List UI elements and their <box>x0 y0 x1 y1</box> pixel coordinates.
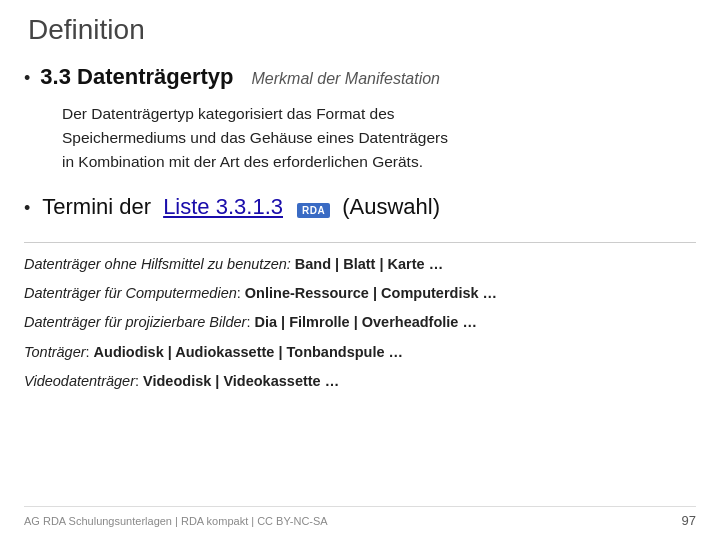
section1-merkmal: Merkmal der Manifestation <box>252 70 441 88</box>
data-row-2-colon: : <box>246 314 254 330</box>
data-row-1: Datenträger für Computermedien: Online-R… <box>24 282 696 305</box>
section2-row: • Termini der Liste 3.3.1.3 RDA (Auswahl… <box>24 194 696 220</box>
footer-left: AG RDA Schulungsunterlagen | RDA kompakt… <box>24 515 328 527</box>
section1-bullet-row: • 3.3 Datenträgertyp <box>24 64 234 90</box>
data-row-0-label: Datenträger ohne Hilfsmittel zu benutzen… <box>24 256 295 272</box>
termini-link[interactable]: Liste 3.3.1.3 <box>163 194 283 220</box>
data-row-2-values: Dia | Filmrolle | Overheadfolie … <box>255 314 477 330</box>
data-row-3-values: Audiodisk | Audiokassette | Tonbandspule… <box>94 344 403 360</box>
data-row-3-colon: : <box>86 344 94 360</box>
desc-line1: Der Datenträgertyp kategorisiert das For… <box>62 105 395 122</box>
section1-bullet: • <box>24 68 30 89</box>
section1-title: 3.3 Datenträgertyp <box>40 64 233 90</box>
data-row-4-values: Videodisk | Videokassette … <box>143 373 339 389</box>
data-rows-container: Datenträger ohne Hilfsmittel zu benutzen… <box>24 253 696 393</box>
data-row-1-colon: : <box>237 285 245 301</box>
footer: AG RDA Schulungsunterlagen | RDA kompakt… <box>24 506 696 528</box>
footer-right: 97 <box>682 513 696 528</box>
auswahl-text: (Auswahl) <box>342 194 440 220</box>
data-row-1-values: Online-Ressource | Computerdisk … <box>245 285 497 301</box>
data-row-2-label: Datenträger für projizierbare Bilder <box>24 314 246 330</box>
data-row-4-colon: : <box>135 373 143 389</box>
data-row-4-label: Videodatenträger <box>24 373 135 389</box>
data-row-0: Datenträger ohne Hilfsmittel zu benutzen… <box>24 253 696 276</box>
data-row-4: Videodatenträger: Videodisk | Videokasse… <box>24 370 696 393</box>
data-row-1-label: Datenträger für Computermedien <box>24 285 237 301</box>
divider <box>24 242 696 243</box>
data-row-3: Tonträger: Audiodisk | Audiokassette | T… <box>24 341 696 364</box>
data-row-3-label: Tonträger <box>24 344 86 360</box>
section1-header: • 3.3 Datenträgertyp Merkmal der Manifes… <box>24 64 696 90</box>
data-row-2: Datenträger für projizierbare Bilder: Di… <box>24 311 696 334</box>
desc-line2: Speichermediums und das Gehäuse eines Da… <box>62 129 448 146</box>
termini-prefix: Termini der <box>42 194 151 220</box>
section2-bullet: • <box>24 198 30 219</box>
page-container: Definition • 3.3 Datenträgertyp Merkmal … <box>0 0 720 540</box>
section1-description: Der Datenträgertyp kategorisiert das For… <box>62 102 696 174</box>
data-row-0-values: Band | Blatt | Karte … <box>295 256 443 272</box>
page-title: Definition <box>28 14 696 46</box>
desc-line3: in Kombination mit der Art des erforderl… <box>62 153 423 170</box>
rda-badge: RDA <box>297 203 330 218</box>
